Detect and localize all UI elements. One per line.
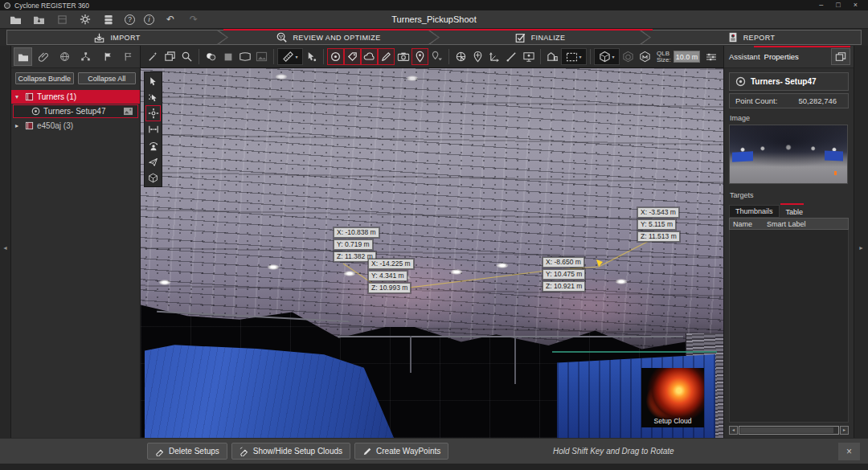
import-project-button[interactable] [31, 12, 46, 27]
setup-cloud-thumbnail[interactable]: Setup Cloud [641, 368, 704, 427]
close-button[interactable]: × [854, 0, 858, 10]
image-view-button[interactable] [253, 48, 270, 65]
expand-right-arrow-icon[interactable]: ► [854, 245, 868, 251]
collapse-bundle-button[interactable]: Collapse Bundle [15, 72, 74, 84]
left-collapse-strip[interactable]: ◄ [0, 46, 11, 438]
snapshot-button[interactable] [395, 48, 411, 65]
setup-title: Turners- Setup47 [751, 77, 817, 86]
limit-sphere-button[interactable] [620, 48, 637, 65]
expand-caret-icon[interactable]: ▾ [15, 93, 22, 100]
archive-button[interactable] [55, 12, 69, 27]
geotag-globe-icon [455, 51, 467, 63]
redo-button[interactable]: ↷ [186, 12, 201, 27]
multi-select-tool-button[interactable] [145, 89, 161, 105]
show-hide-setup-clouds-button[interactable]: Show/Hide Setup Clouds [231, 443, 350, 460]
flag-hide-button[interactable] [119, 47, 137, 66]
waypoint-toggle[interactable] [411, 48, 428, 65]
zoom-region-button[interactable] [178, 48, 195, 65]
scroll-left-button[interactable]: ◄ [729, 426, 738, 435]
tree-row-setup47[interactable]: Turners- Setup47 [13, 104, 138, 118]
geo-pin-button[interactable] [469, 48, 486, 65]
show-labels-toggle[interactable] [344, 48, 361, 65]
maximize-button[interactable]: □ [836, 0, 840, 10]
flag-show-button[interactable] [99, 47, 117, 66]
open-project-button[interactable] [8, 12, 23, 27]
targets-table-body[interactable] [729, 230, 849, 423]
view-toolbar: ▾ ▾ ▾ [141, 46, 723, 68]
qlb-size-input[interactable]: 10.0 m [674, 51, 700, 63]
coord-y: Y: 5.115 m [637, 219, 676, 230]
tab-properties[interactable]: Properties [764, 52, 803, 67]
pan-tool-button[interactable] [145, 105, 161, 121]
show-clouds-toggle[interactable] [361, 48, 378, 65]
right-collapse-strip[interactable]: ► [854, 46, 868, 438]
rect-select-button[interactable]: ▾ [561, 48, 587, 65]
finalize-icon [514, 32, 526, 43]
globe-pin-icon [473, 51, 483, 63]
fly-tool-button[interactable] [145, 153, 161, 170]
create-waypoints-button[interactable]: Create WayPoints [354, 443, 448, 460]
geotag-button[interactable] [452, 48, 469, 65]
undo-button[interactable]: ↶ [163, 12, 178, 27]
about-button[interactable]: i [144, 14, 154, 25]
move-setup-button[interactable] [486, 48, 503, 65]
solid-color-mode-button[interactable] [219, 48, 236, 65]
pick-point-button[interactable] [303, 48, 320, 65]
minimize-button[interactable]: – [819, 0, 823, 10]
limit-box-button[interactable]: ▾ [594, 48, 620, 65]
tree-row-bundle-turners[interactable]: ▾ Turners (1) [11, 90, 140, 104]
duplicate-view-button[interactable] [162, 48, 178, 65]
distance-tool-button[interactable] [145, 121, 161, 137]
tab-assistant[interactable]: Assistant [729, 52, 764, 67]
panel-layout-button[interactable] [831, 48, 850, 65]
create-waypoints-label: Create WayPoints [376, 447, 440, 456]
tab-web[interactable] [55, 47, 74, 66]
tree-row-bundle-e450aj[interactable]: ▸ e450aj (3) [11, 119, 140, 133]
coordinate-label: X: -14.225 m Y: 4.341 m Z: 10.993 m [368, 259, 414, 293]
filter-pins-button[interactable] [428, 48, 445, 65]
collapse-left-arrow-icon[interactable]: ◄ [0, 245, 10, 251]
setup-panorama-thumbnail[interactable] [729, 125, 848, 184]
tab-table[interactable]: Table [780, 206, 810, 218]
scrollbar-track[interactable] [739, 426, 839, 435]
tab-assets[interactable] [76, 47, 95, 66]
tab-bundles[interactable] [14, 47, 32, 66]
measure-tool-button[interactable]: ▾ [277, 48, 303, 65]
point-color-mode-button[interactable] [203, 48, 219, 65]
scroll-right-button[interactable]: ► [840, 426, 849, 435]
targets-tab-bar: Thumbnails Table [729, 203, 849, 218]
dismiss-bar-button[interactable]: × [838, 443, 860, 460]
cube-icon [148, 173, 158, 183]
select-tool-button[interactable] [145, 73, 161, 89]
look-around-tool-button[interactable] [145, 137, 161, 153]
stage-review-and-optimize[interactable]: REVIEW AND OPTIMIZE [218, 30, 439, 45]
paper-plane-icon [148, 157, 158, 167]
screen-capture-button[interactable] [520, 48, 537, 65]
stage-finalize[interactable]: FINALIZE [429, 30, 650, 45]
show-targets-toggle[interactable] [327, 48, 344, 65]
collapse-caret-icon[interactable]: ▸ [15, 122, 22, 129]
qlb-slider-button[interactable] [702, 48, 719, 65]
tab-thumbnails[interactable]: Thumbnails [729, 205, 780, 218]
tab-links[interactable] [35, 47, 53, 66]
cube-view-button[interactable] [145, 170, 161, 186]
globe-icon [59, 51, 70, 62]
flag-icon [103, 51, 113, 62]
delete-setups-button[interactable]: Delete Setups [147, 443, 227, 460]
point-cloud-viewport[interactable]: X: -10.838 m Y: 0.719 m Z: 11.382 m X: -… [141, 68, 723, 438]
scrollbar-thumb[interactable] [740, 427, 833, 433]
column-smart-label[interactable]: Smart Label [767, 220, 848, 228]
stage-report[interactable]: REPORT [641, 30, 862, 45]
column-name[interactable]: Name [730, 220, 767, 228]
collapse-all-button[interactable]: Collapse All [78, 72, 137, 84]
storage-button[interactable] [101, 12, 116, 27]
settings-button[interactable] [78, 12, 92, 27]
sketch-tool-toggle[interactable] [378, 48, 395, 65]
site-selection-button[interactable] [544, 48, 561, 65]
limit-box-manager-button[interactable] [637, 48, 653, 65]
draw-line-button[interactable] [503, 48, 520, 65]
stage-import[interactable]: IMPORT [6, 30, 227, 45]
panorama-view-button[interactable] [236, 48, 253, 65]
pick-tool-button[interactable] [145, 48, 162, 65]
help-button[interactable]: ? [125, 14, 135, 25]
